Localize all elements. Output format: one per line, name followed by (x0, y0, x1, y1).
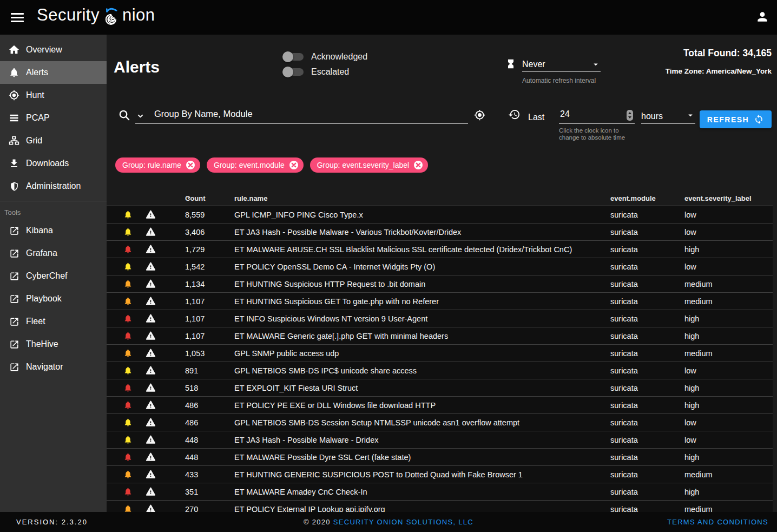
chip-close-icon[interactable] (186, 160, 195, 170)
severity-bell-icon[interactable] (123, 449, 133, 465)
warning-triangle-icon[interactable] (146, 206, 156, 223)
warning-triangle-icon[interactable] (146, 483, 156, 500)
severity-bell-icon[interactable] (123, 224, 133, 240)
column-header-event-module[interactable]: event.module (610, 194, 656, 202)
refresh-button[interactable]: REFRESH (700, 110, 772, 128)
column-header-rule-name[interactable]: rule.name (234, 194, 267, 202)
warning-triangle-icon[interactable] (146, 241, 156, 258)
warning-triangle-icon[interactable] (146, 431, 156, 448)
table-row[interactable]: 1,134 ET HUNTING Suspicious HTTP Request… (107, 275, 773, 293)
severity-bell-icon[interactable] (123, 327, 133, 344)
table-row[interactable]: 1,053 GPL SNMP public access udp suricat… (107, 345, 773, 362)
chip-group-severity-label[interactable]: Group: event.severity_label (310, 157, 428, 173)
table-row[interactable]: 1,729 ET MALWARE ABUSE.CH SSL Blacklist … (107, 241, 773, 258)
warning-triangle-icon[interactable] (146, 258, 156, 275)
chip-group-rule-name[interactable]: Group: rule.name (115, 157, 200, 173)
terms-link[interactable]: TERMS AND CONDITIONS (667, 518, 768, 526)
chip-group-event-module[interactable]: Group: event.module (207, 157, 304, 173)
table-row[interactable]: 448 ET MALWARE Possible Dyre SSL Cert (f… (107, 449, 773, 466)
acknowledged-toggle[interactable]: Acknowledged (284, 49, 367, 64)
column-header-count[interactable]: Count (185, 194, 193, 202)
search-icon[interactable] (118, 109, 130, 121)
search-input[interactable] (153, 108, 464, 120)
table-row[interactable]: 1,107 ET HUNTING Suspicious GET To gate.… (107, 293, 773, 310)
table-row[interactable]: 8,559 GPL ICMP_INFO PING Cisco Type.x su… (107, 206, 773, 224)
severity-bell-icon[interactable] (123, 483, 133, 500)
warning-triangle-icon[interactable] (146, 293, 156, 310)
table-row[interactable]: 1,107 ET MALWARE Generic gate[.].php GET… (107, 327, 773, 345)
sidebar-tool-navigator[interactable]: Navigator (0, 356, 107, 378)
warning-triangle-icon[interactable] (146, 449, 156, 465)
warning-triangle-icon[interactable] (146, 310, 156, 327)
severity-bell-icon[interactable] (123, 275, 133, 292)
sidebar-item-overview[interactable]: Overview (0, 38, 107, 61)
chip-close-icon[interactable] (289, 160, 299, 170)
warning-triangle-icon[interactable] (146, 414, 156, 431)
column-header-severity[interactable]: event.severity_label (684, 194, 752, 202)
table-row[interactable]: 351 ET MALWARE Amadey CnC Check-In suric… (107, 483, 773, 501)
severity-bell-icon[interactable] (123, 397, 133, 413)
severity-bell-icon[interactable] (123, 206, 133, 223)
brand-logo[interactable]: Security nion (37, 5, 155, 29)
table-row[interactable]: 3,406 ET JA3 Hash - Possible Malware - V… (107, 224, 773, 241)
sidebar-tool-thehive[interactable]: TheHive (0, 333, 107, 356)
severity-bell-icon[interactable] (123, 241, 133, 258)
table-row[interactable]: 1,542 ET POLICY OpenSSL Demo CA - Intern… (107, 258, 773, 275)
table-row[interactable]: 486 GPL NETBIOS SMB-DS Session Setup NTM… (107, 414, 773, 431)
severity-bell-icon[interactable] (123, 310, 133, 327)
toggle-switch-off[interactable] (284, 53, 304, 61)
time-unit-select[interactable]: hours (641, 107, 695, 124)
user-account-icon[interactable] (755, 10, 769, 24)
time-amount-input[interactable] (559, 109, 618, 120)
table-row[interactable]: 270 ET POLICY External IP Lookup api.ipi… (107, 501, 773, 512)
warning-triangle-icon[interactable] (146, 327, 156, 344)
toggle-switch-off[interactable] (284, 68, 304, 76)
sidebar-item-hunt[interactable]: Hunt (0, 84, 107, 107)
number-stepper-icon[interactable] (626, 109, 634, 121)
severity-bell-icon[interactable] (123, 362, 133, 379)
table-row[interactable]: 518 ET EXPLOIT_KIT Fiesta URI Struct sur… (107, 379, 773, 397)
warning-triangle-icon[interactable] (146, 466, 156, 483)
sidebar-item-pcap[interactable]: PCAP (0, 107, 107, 129)
escalated-toggle[interactable]: Escalated (284, 64, 367, 80)
severity-bell-icon[interactable] (123, 345, 133, 362)
sidebar-tool-cyberchef[interactable]: CyberChef (0, 265, 107, 287)
sidebar-item-grid[interactable]: Grid (0, 129, 107, 152)
last-label: Last (528, 113, 544, 122)
menu-icon[interactable] (8, 8, 27, 27)
main-content: Alerts Acknowledged Escalated Never Auto… (107, 35, 777, 512)
table-row[interactable]: 486 ET POLICY PE EXE or DLL Windows file… (107, 397, 773, 414)
severity-bell-icon[interactable] (123, 258, 133, 275)
sidebar-tool-fleet[interactable]: Fleet (0, 310, 107, 333)
sidebar-item-downloads[interactable]: Downloads (0, 152, 107, 175)
chip-close-icon[interactable] (413, 160, 423, 170)
warning-triangle-icon[interactable] (146, 345, 156, 362)
warning-triangle-icon[interactable] (146, 501, 156, 512)
company-link[interactable]: SECURITY ONION SOLUTIONS, LLC (333, 518, 473, 526)
severity-bell-icon[interactable] (123, 414, 133, 431)
refresh-interval-select[interactable]: Never (522, 57, 601, 72)
sidebar-tool-kibana[interactable]: Kibana (0, 219, 107, 242)
target-icon[interactable] (474, 109, 485, 121)
table-row[interactable]: 891 GPL NETBIOS SMB-DS IPC$ unicode shar… (107, 362, 773, 379)
warning-triangle-icon[interactable] (146, 362, 156, 379)
severity-bell-icon[interactable] (123, 293, 133, 310)
severity-bell-icon[interactable] (123, 379, 133, 396)
sidebar-item-administration[interactable]: Administration (0, 175, 107, 198)
table-row[interactable]: 433 ET HUNTING GENERIC SUSPICIOUS POST t… (107, 466, 773, 483)
sidebar-tool-grafana[interactable]: Grafana (0, 242, 107, 265)
warning-triangle-icon[interactable] (146, 224, 156, 240)
severity-bell-icon[interactable] (123, 466, 133, 483)
severity-bell-icon[interactable] (123, 501, 133, 512)
sidebar-item-alerts[interactable]: Alerts (0, 61, 107, 84)
severity-bell-icon[interactable] (123, 431, 133, 448)
history-clock-icon[interactable] (508, 108, 521, 121)
warning-triangle-icon[interactable] (146, 397, 156, 413)
warning-triangle-icon[interactable] (146, 379, 156, 396)
alert-count: 1,053 (185, 345, 205, 362)
table-row[interactable]: 448 ET JA3 Hash - Possible Malware - Dri… (107, 431, 773, 449)
sidebar-tool-playbook[interactable]: Playbook (0, 287, 107, 310)
table-row[interactable]: 1,107 ET INFO Suspicious Windows NT vers… (107, 310, 773, 327)
warning-triangle-icon[interactable] (146, 275, 156, 292)
sidebar-item-label: Administration (26, 181, 81, 191)
